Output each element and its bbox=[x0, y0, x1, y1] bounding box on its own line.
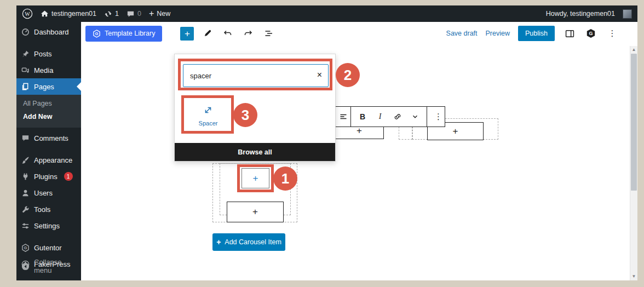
pencil-icon bbox=[203, 29, 212, 38]
site-menu[interactable]: testingemen01 bbox=[41, 10, 96, 18]
sidebar-panel-icon bbox=[565, 29, 574, 38]
svg-text:W: W bbox=[25, 11, 30, 17]
howdy-text[interactable]: Howdy, testingemen01 bbox=[546, 10, 615, 18]
template-library-button[interactable]: G Template Library bbox=[85, 26, 162, 42]
settings-panel-toggle[interactable] bbox=[563, 27, 576, 40]
template-library-label: Template Library bbox=[105, 30, 155, 37]
home-icon bbox=[41, 10, 49, 18]
vertical-scrollbar[interactable]: ▲ ▼ bbox=[630, 46, 637, 280]
add-block-button-step1[interactable]: + bbox=[242, 168, 269, 188]
sidebar-label: Media bbox=[34, 66, 53, 74]
sidebar-item-plugins[interactable]: Plugins 1 bbox=[16, 168, 81, 185]
browse-all-button[interactable]: Browse all bbox=[175, 143, 335, 161]
editor-header: G Template Library + Save draft Preview … bbox=[81, 22, 637, 45]
admin-top-bar: W testingemen01 1 0 + New Howdy, testing… bbox=[16, 5, 637, 22]
justify-button[interactable] bbox=[339, 108, 348, 125]
undo-button[interactable] bbox=[221, 27, 234, 40]
comments-icon bbox=[21, 134, 30, 142]
sidebar-label: Gutentor bbox=[34, 244, 62, 252]
spacer-icon bbox=[202, 104, 214, 116]
svg-text:G: G bbox=[95, 31, 99, 36]
collapse-menu-button[interactable]: Collapse menu bbox=[16, 254, 81, 278]
spacer-block-result[interactable]: Spacer bbox=[185, 99, 232, 131]
link-button[interactable] bbox=[389, 108, 406, 125]
block-toolbar: B I ⋮ bbox=[335, 106, 445, 127]
sidebar-label: Comments bbox=[34, 134, 68, 142]
scrollbar-thumb[interactable] bbox=[631, 54, 637, 191]
settings-icon bbox=[21, 221, 30, 230]
admin-sidebar: Dashboard Posts Media Pages All Pages Ad… bbox=[16, 22, 81, 280]
sidebar-label: Pages bbox=[34, 83, 54, 91]
annotation-step-2: 2 bbox=[336, 63, 360, 87]
list-view-button[interactable] bbox=[262, 27, 275, 40]
sidebar-label: Users bbox=[34, 189, 53, 197]
site-name: testingemen01 bbox=[51, 10, 96, 18]
more-formats-button[interactable] bbox=[407, 108, 423, 125]
add-block-button[interactable]: + bbox=[227, 202, 284, 222]
sidebar-label: Posts bbox=[34, 50, 52, 58]
preview-button[interactable]: Preview bbox=[486, 30, 510, 37]
add-carousel-item-button[interactable]: + Add Carousel Item bbox=[212, 233, 285, 251]
user-avatar[interactable] bbox=[623, 9, 632, 19]
dashboard-icon bbox=[21, 27, 30, 36]
submenu-all-pages[interactable]: All Pages bbox=[16, 97, 81, 110]
new-content-menu[interactable]: + New bbox=[149, 9, 170, 19]
wordpress-logo-icon[interactable]: W bbox=[22, 8, 33, 19]
sidebar-item-posts[interactable]: Posts bbox=[16, 45, 81, 62]
add-carousel-label: Add Carousel Item bbox=[225, 238, 281, 246]
block-search-input[interactable] bbox=[183, 64, 329, 87]
new-label: New bbox=[157, 10, 170, 18]
block-options-button[interactable]: ⋮ bbox=[430, 108, 446, 125]
plus-icon: + bbox=[252, 206, 258, 217]
svg-text:G: G bbox=[24, 245, 27, 250]
sidebar-item-settings[interactable]: Settings bbox=[16, 217, 81, 234]
tools-icon bbox=[21, 205, 30, 214]
undo-arrow-icon bbox=[223, 29, 232, 38]
sidebar-label: Appearance bbox=[34, 156, 72, 164]
publish-button[interactable]: Publish bbox=[518, 26, 555, 41]
pages-submenu: All Pages Add New bbox=[16, 95, 81, 128]
block-inserter-button[interactable]: + bbox=[180, 27, 194, 41]
gutentor-settings-button[interactable]: G bbox=[584, 27, 597, 40]
comments-menu[interactable]: 0 bbox=[127, 10, 141, 18]
justify-icon bbox=[339, 112, 348, 121]
sidebar-item-comments[interactable]: Comments bbox=[16, 130, 81, 146]
submenu-add-new[interactable]: Add New bbox=[16, 110, 81, 123]
clear-search-button[interactable]: × bbox=[317, 71, 322, 79]
x-icon: × bbox=[317, 70, 322, 79]
annotation-step-1: 1 bbox=[273, 167, 297, 191]
scroll-down-button[interactable]: ▼ bbox=[630, 273, 637, 280]
options-menu-button[interactable]: ⋮ bbox=[606, 27, 619, 40]
editor-content-area: G Template Library + Save draft Preview … bbox=[81, 22, 637, 280]
pages-icon bbox=[21, 82, 30, 91]
annotation-step-3: 3 bbox=[233, 103, 257, 127]
plus-icon: + bbox=[149, 9, 154, 19]
users-icon bbox=[21, 188, 30, 197]
wordpress-admin-window: W testingemen01 1 0 + New Howdy, testing… bbox=[16, 5, 637, 280]
link-icon bbox=[393, 112, 402, 121]
redo-button[interactable] bbox=[242, 27, 255, 40]
gutentor-icon: G bbox=[21, 243, 30, 252]
sidebar-item-appearance[interactable]: Appearance bbox=[16, 152, 81, 168]
comments-count: 0 bbox=[137, 10, 141, 18]
sidebar-item-gutentor[interactable]: G Gutentor bbox=[16, 239, 81, 256]
plus-icon: + bbox=[453, 126, 458, 137]
sidebar-item-media[interactable]: Media bbox=[16, 62, 81, 78]
list-view-icon bbox=[264, 29, 273, 38]
sidebar-item-dashboard[interactable]: Dashboard bbox=[16, 22, 81, 40]
edit-mode-button[interactable] bbox=[201, 27, 214, 40]
gutentor-dark-icon: G bbox=[586, 28, 596, 38]
plus-icon: + bbox=[253, 173, 258, 184]
italic-button[interactable]: I bbox=[372, 108, 388, 125]
updates-menu[interactable]: 1 bbox=[104, 10, 119, 18]
updates-icon bbox=[104, 10, 112, 18]
bold-button[interactable]: B bbox=[354, 108, 371, 125]
sidebar-item-pages[interactable]: Pages bbox=[16, 78, 81, 95]
spacer-label: Spacer bbox=[199, 120, 218, 127]
scroll-up-button[interactable]: ▲ bbox=[630, 47, 637, 53]
save-draft-button[interactable]: Save draft bbox=[446, 30, 478, 37]
posts-icon bbox=[21, 49, 30, 58]
sidebar-label: Dashboard bbox=[34, 28, 69, 36]
sidebar-item-users[interactable]: Users bbox=[16, 185, 81, 201]
sidebar-item-tools[interactable]: Tools bbox=[16, 201, 81, 217]
